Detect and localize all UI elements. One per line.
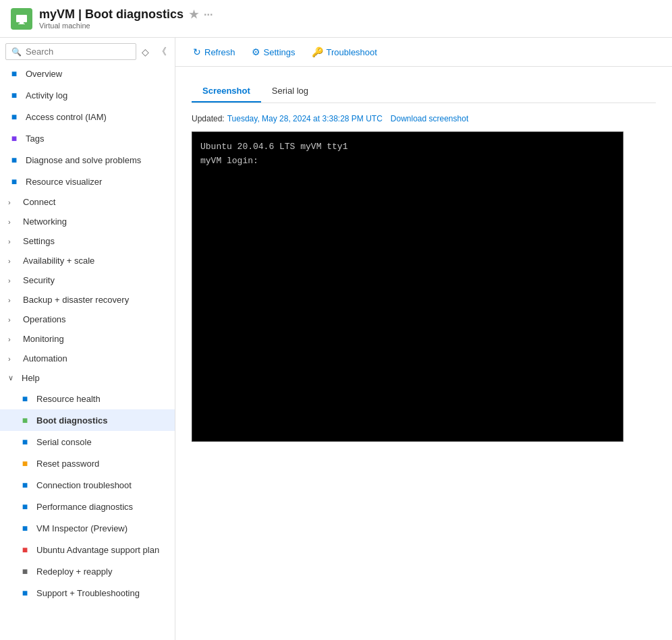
sidebar-item-label: Connection troubleshoot [36,480,132,490]
chevron-right-icon: › [8,237,18,245]
sidebar-item-label: Serial console [36,437,92,447]
sidebar-item-label: VM Inspector (Preview) [36,523,128,533]
item-icon: ■ [8,111,20,123]
vm-screenshot-display: Ubuntu 20.04.6 LTS myVM tty1 myVM login: [192,132,623,442]
sidebar-item-label: Reset password [36,459,99,469]
more-options-icon[interactable]: ··· [204,9,213,21]
sidebar-item-access-control--iam-[interactable]: ■Access control (IAM) [0,106,175,127]
sidebar-item-overview[interactable]: ■Overview [0,63,175,84]
sidebar-item-redeploy---reapply[interactable]: ■Redeploy + reapply [0,560,175,582]
item-icon: ■ [19,414,31,426]
sidebar-item-label: Settings [23,236,55,246]
sidebar-item-diagnose-and-solve-problems[interactable]: ■Diagnose and solve problems [0,149,175,171]
sidebar-item-ubuntu-advantage-support-plan[interactable]: ■Ubuntu Advantage support plan [0,539,175,560]
refresh-icon: ↻ [193,47,201,57]
sidebar-item-label: Backup + disaster recovery [23,295,129,305]
sidebar-pin-btn[interactable]: 《 [155,45,169,59]
sidebar-item-backup-+-disaster-recovery[interactable]: › Backup + disaster recovery [0,290,175,310]
sidebar-item-label: Availability + scale [23,256,94,266]
sidebar-group-help[interactable]: ∨ Help [0,368,175,388]
chevron-right-icon: › [8,257,18,265]
sidebar-item-label: Automation [23,353,67,363]
sidebar-item-monitoring[interactable]: › Monitoring [0,329,175,349]
item-icon: ■ [19,392,31,405]
page-title: myVM | Boot diagnostics ★ ··· [39,7,213,22]
sidebar-item-availability-+-scale[interactable]: › Availability + scale [0,251,175,270]
troubleshoot-icon: 🔑 [312,47,323,57]
chevron-down-icon: ∨ [8,374,18,382]
tab-bar: ScreenshotSerial log [192,80,656,103]
sidebar-item-label: Resource visualizer [26,177,102,187]
sidebar-item-label: Boot diagnostics [36,415,107,426]
search-input[interactable] [26,47,130,57]
sidebar: 🔍 ◇ 《 ■Overview■Activity log■Access cont… [0,38,175,640]
sidebar-item-label: Help [22,373,40,383]
sidebar-item-label: Diagnose and solve problems [26,155,141,165]
refresh-button[interactable]: ↻ Refresh [186,43,242,61]
sidebar-item-connection-troubleshoot[interactable]: ■Connection troubleshoot [0,474,175,496]
resource-type-label: Virtual machine [39,22,213,30]
svg-rect-0 [16,15,27,22]
item-icon: ■ [19,544,31,556]
svg-rect-2 [18,24,25,24]
chevron-right-icon: › [8,355,18,363]
sidebar-item-operations[interactable]: › Operations [0,310,175,329]
tab-screenshot[interactable]: Screenshot [192,80,261,103]
sidebar-item-label: Support + Troubleshooting [36,588,140,598]
vm-icon [11,8,32,30]
toolbar: ↻ Refresh ⚙ Settings 🔑 Troubleshoot [175,38,672,67]
sidebar-item-boot-diagnostics[interactable]: ■Boot diagnostics [0,409,175,431]
item-icon: ■ [8,89,20,101]
item-icon: ■ [19,587,31,599]
sidebar-item-label: Tags [26,134,44,144]
sidebar-item-label: Connect [23,197,55,207]
item-icon: ■ [19,436,31,448]
sidebar-item-serial-console[interactable]: ■Serial console [0,431,175,453]
sidebar-item-reset-password[interactable]: ■Reset password [0,453,175,474]
sidebar-item-label: Overview [26,69,62,79]
update-info: Updated: Tuesday, May 28, 2024 at 3:38:2… [192,114,656,123]
sidebar-item-support---troubleshooting[interactable]: ■Support + Troubleshooting [0,582,175,604]
sidebar-search[interactable]: 🔍 [5,43,136,60]
page-header: myVM | Boot diagnostics ★ ··· Virtual ma… [0,0,672,38]
sidebar-item-resource-health[interactable]: ■Resource health [0,388,175,409]
vm-output-line2: myVM login: [200,154,615,169]
troubleshoot-button[interactable]: 🔑 Troubleshoot [305,43,384,61]
item-icon: ■ [19,479,31,491]
sidebar-item-resource-visualizer[interactable]: ■Resource visualizer [0,171,175,192]
settings-button[interactable]: ⚙ Settings [245,43,302,61]
item-icon: ■ [19,457,31,469]
favorite-icon[interactable]: ★ [189,8,198,21]
content-body: ScreenshotSerial log Updated: Tuesday, M… [175,67,672,455]
item-icon: ■ [19,522,31,534]
sidebar-item-label: Monitoring [23,334,64,344]
sidebar-item-automation[interactable]: › Automation [0,349,175,368]
settings-icon: ⚙ [252,47,260,57]
sidebar-item-activity-log[interactable]: ■Activity log [0,84,175,106]
item-icon: ■ [8,132,20,144]
sidebar-item-security[interactable]: › Security [0,270,175,290]
sidebar-item-networking[interactable]: › Networking [0,212,175,231]
item-icon: ■ [8,175,20,187]
sidebar-item-label: Activity log [26,90,67,100]
sidebar-collapse-btn[interactable]: ◇ [139,45,152,59]
sidebar-nav: ■Overview■Activity log■Access control (I… [0,63,175,604]
sidebar-item-vm-inspector--preview-[interactable]: ■VM Inspector (Preview) [0,517,175,539]
main-layout: 🔍 ◇ 《 ■Overview■Activity log■Access cont… [0,38,672,640]
item-icon: ■ [19,565,31,577]
sidebar-item-label: Redeploy + reapply [36,566,112,577]
tab-serial-log[interactable]: Serial log [261,80,319,103]
sidebar-item-connect[interactable]: › Connect [0,192,175,212]
sidebar-item-label: Ubuntu Advantage support plan [36,545,159,555]
chevron-right-icon: › [8,218,18,226]
chevron-right-icon: › [8,198,18,206]
item-icon: ■ [8,67,20,80]
download-screenshot-link[interactable]: Download screenshot [391,114,468,123]
vm-output-line1: Ubuntu 20.04.6 LTS myVM tty1 [200,140,615,154]
search-icon: 🔍 [11,47,22,57]
item-icon: ■ [8,154,20,166]
sidebar-item-performance-diagnostics[interactable]: ■Performance diagnostics [0,496,175,517]
header-title-group: myVM | Boot diagnostics ★ ··· Virtual ma… [39,7,213,30]
sidebar-item-tags[interactable]: ■Tags [0,127,175,149]
sidebar-item-settings[interactable]: › Settings [0,231,175,251]
